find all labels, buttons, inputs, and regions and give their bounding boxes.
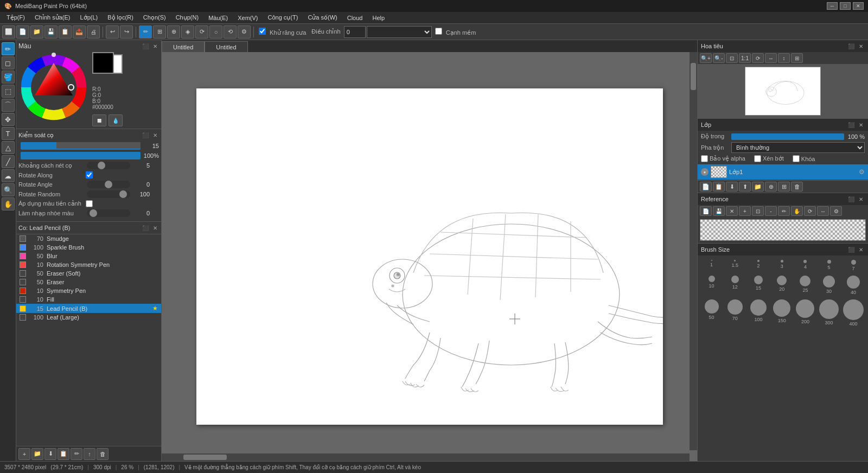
ref-close-btn[interactable]: ✕ xyxy=(726,206,738,216)
brush-item-smudge[interactable]: 70 Smudge xyxy=(16,234,161,243)
layers-expand-icon[interactable]: ⬛ xyxy=(847,121,855,129)
brush-copy-btn[interactable]: 📋 xyxy=(58,448,69,460)
menu-file[interactable]: Tệp(F) xyxy=(2,13,29,22)
layer-opacity-slider[interactable] xyxy=(731,133,844,140)
tb-select-tool[interactable]: ⬜ xyxy=(2,25,15,39)
menu-tool[interactable]: Công cụ(T) xyxy=(263,13,302,22)
brush-apply-fg-checkbox[interactable] xyxy=(86,200,93,207)
brushsize-expand-icon[interactable]: ⬛ xyxy=(847,246,855,253)
bs-200[interactable]: 200 xyxy=(795,298,816,328)
menu-color[interactable]: Màu(E) xyxy=(204,14,232,22)
ref-zoom-in-btn[interactable]: + xyxy=(739,206,751,216)
brush-list-close-icon[interactable]: ✕ xyxy=(151,224,159,232)
brush-rotate-random-slider[interactable] xyxy=(87,190,130,198)
tb-transform[interactable]: ⟲ xyxy=(224,25,237,39)
layers-close-icon[interactable]: ✕ xyxy=(857,121,865,129)
brush-opacity-slider[interactable] xyxy=(21,152,141,159)
layer-clip-checkbox[interactable] xyxy=(754,155,761,162)
bs-100[interactable]: 100 xyxy=(748,298,769,328)
layer-merge-btn[interactable]: ⊕ xyxy=(765,182,777,191)
layer-copy-btn[interactable]: 📋 xyxy=(713,182,725,191)
tool-select-lasso[interactable]: ⌒ xyxy=(2,99,15,112)
tool-pencil[interactable]: ✏ xyxy=(2,42,15,55)
ref-zoom-out-btn[interactable]: - xyxy=(765,206,777,216)
layer-delete-btn[interactable]: 🗑 xyxy=(791,182,803,191)
tool-shape[interactable]: △ xyxy=(2,141,15,154)
bs-7[interactable]: 7 xyxy=(842,259,865,272)
brush-control-close-icon[interactable]: ✕ xyxy=(151,131,159,139)
menu-view[interactable]: Xem(V) xyxy=(233,14,262,22)
canvas-tab-2[interactable]: Untitled xyxy=(205,41,247,52)
canvas-tab-1[interactable]: Untitled xyxy=(162,41,205,52)
close-button[interactable]: ✕ xyxy=(853,2,864,10)
layer-lock-checkbox[interactable] xyxy=(793,155,800,162)
tool-move[interactable]: ✥ xyxy=(2,113,15,126)
adjust-input[interactable] xyxy=(344,26,366,38)
bs-150[interactable]: 150 xyxy=(771,298,793,328)
bs-2[interactable]: 2 xyxy=(748,259,769,272)
tb-settings[interactable]: ⚙ xyxy=(238,25,251,39)
brush-control-expand-icon[interactable]: ⬛ xyxy=(142,131,149,139)
tool-line[interactable]: ╱ xyxy=(2,155,15,168)
nav-fit-btn[interactable]: ⊡ xyxy=(726,53,738,63)
menu-edit[interactable]: Chỉnh sửa(E) xyxy=(30,13,75,22)
bs-4[interactable]: 4 xyxy=(795,259,816,272)
tool-select-rect[interactable]: ⬚ xyxy=(2,85,15,98)
tb-redo[interactable]: ↪ xyxy=(120,25,133,39)
menu-layer[interactable]: Lớp(L) xyxy=(76,13,103,22)
layer-folder-btn[interactable]: 📁 xyxy=(752,182,764,191)
nav-rotate-btn[interactable]: ⟳ xyxy=(752,53,764,63)
color-picker-btn[interactable]: 🔲 xyxy=(92,114,106,126)
tb-export[interactable]: 📤 xyxy=(73,25,86,39)
color-expand-icon[interactable]: ⬛ xyxy=(142,42,149,50)
tb-saveas[interactable]: 📋 xyxy=(59,25,72,39)
canvas-scrollbar-bottom[interactable] xyxy=(162,453,690,461)
nav-settings-btn[interactable]: ⊞ xyxy=(791,53,803,63)
bs-400[interactable]: 400 xyxy=(842,298,865,328)
bs-5[interactable]: 5 xyxy=(818,259,840,272)
ref-rotate-btn[interactable]: ⟳ xyxy=(804,206,816,216)
brush-item-sparkle[interactable]: 100 Sparkle Brush xyxy=(16,243,161,252)
ref-fit-btn[interactable]: ⊡ xyxy=(752,206,764,216)
tb-rotate[interactable]: ⟳ xyxy=(195,25,208,39)
bs-15-2[interactable]: 15 xyxy=(748,274,769,296)
tb-grid[interactable]: ⊞ xyxy=(153,25,166,39)
nav-actual-btn[interactable]: 1:1 xyxy=(739,53,751,63)
bs-50[interactable]: 50 xyxy=(701,298,722,328)
layer-merge-down-btn[interactable]: ⊞ xyxy=(778,182,790,191)
brush-spacing-slider[interactable] xyxy=(87,162,130,169)
soft-edge-checkbox[interactable] xyxy=(435,28,442,35)
brush-item-eraser[interactable]: 50 Eraser xyxy=(16,278,161,286)
navigator-close-icon[interactable]: ✕ xyxy=(857,42,865,50)
fg-color-swatch[interactable] xyxy=(92,52,114,74)
bs-20[interactable]: 20 xyxy=(771,274,793,296)
brushsize-close-icon[interactable]: ✕ xyxy=(857,246,865,253)
layer-import-btn[interactable]: ⬇ xyxy=(726,182,738,191)
layer-export-btn[interactable]: ⬆ xyxy=(739,182,751,191)
canvas-drawing-area[interactable] xyxy=(196,88,663,425)
canvas-viewport[interactable] xyxy=(162,52,697,461)
menu-window[interactable]: Cửa số(W) xyxy=(303,13,341,22)
brush-item-leaf-large[interactable]: 100 Leaf (Large) xyxy=(16,313,161,322)
tb-brush-select[interactable]: ✏ xyxy=(139,25,152,39)
tool-hand[interactable]: ✋ xyxy=(2,197,15,210)
menu-help[interactable]: Help xyxy=(368,14,389,22)
menu-filter[interactable]: Bộ lọc(R) xyxy=(103,13,138,22)
brush-move-up-btn[interactable]: ↑ xyxy=(84,448,95,460)
color-dropper-btn[interactable]: 💧 xyxy=(108,114,123,126)
brush-blur-slider[interactable] xyxy=(87,209,130,217)
bs-300[interactable]: 300 xyxy=(818,298,840,328)
maximize-button[interactable]: □ xyxy=(840,2,851,10)
tb-ellipse[interactable]: ○ xyxy=(209,25,222,39)
ref-hand-btn[interactable]: ✋ xyxy=(791,206,803,216)
menu-cloud[interactable]: Cloud xyxy=(343,14,367,22)
brush-item-lead-pencil[interactable]: 15 Lead Pencil (B) ★ xyxy=(16,304,161,313)
layer-gear-icon[interactable]: ⚙ xyxy=(859,168,865,176)
bs-1[interactable]: 1 xyxy=(701,259,722,272)
antialiasing-checkbox[interactable] xyxy=(259,28,266,35)
tb-snap[interactable]: ⊕ xyxy=(167,25,180,39)
brush-list-expand-icon[interactable]: ⬛ xyxy=(142,224,149,232)
bs-25[interactable]: 25 xyxy=(795,274,816,296)
ref-open-btn[interactable]: 📄 xyxy=(700,206,712,216)
tool-smudge[interactable]: ☁ xyxy=(2,169,15,182)
